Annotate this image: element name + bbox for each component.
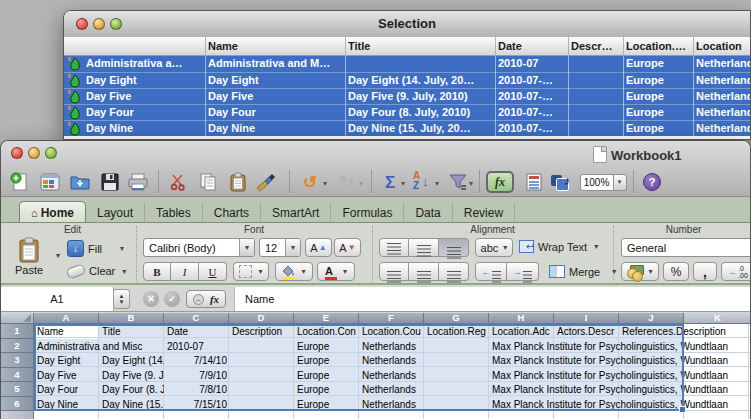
column-header-K[interactable]: K: [684, 313, 751, 324]
cell-continent[interactable]: Europe: [626, 90, 690, 102]
cell-title[interactable]: Day Four (8. July, 2010): [348, 106, 492, 118]
row-header-5[interactable]: 5: [1, 382, 34, 397]
undo-dropdown-arrow[interactable]: ▾: [323, 179, 327, 188]
cell-name[interactable]: Day Five: [208, 90, 342, 102]
font-family-combo[interactable]: Calibri (Body) ▾: [143, 238, 255, 257]
tab-home[interactable]: ⌂Home: [19, 201, 86, 222]
cell-country[interactable]: Netherlands: [696, 74, 751, 86]
cell-title[interactable]: Day Nine (15. July, 20…: [348, 122, 492, 134]
row-header-1[interactable]: 1: [1, 324, 34, 339]
sort-dropdown-arrow[interactable]: ▾: [435, 179, 439, 188]
font-color-dropdown-arrow[interactable]: ▾: [343, 267, 347, 276]
currency-dropdown-arrow[interactable]: ▾: [648, 267, 652, 276]
cell-country[interactable]: Netherlands: [696, 106, 751, 118]
row-header-2[interactable]: 2: [1, 339, 34, 353]
column-header-date[interactable]: Date: [498, 40, 522, 52]
cell-country[interactable]: Netherlands: [696, 90, 751, 102]
align-top-button[interactable]: [379, 238, 409, 257]
orientation-button[interactable]: abc▾: [475, 238, 513, 257]
percent-button[interactable]: %: [663, 262, 689, 281]
orientation-dropdown-arrow[interactable]: ▾: [503, 243, 507, 252]
paste-big-button[interactable]: Paste: [15, 237, 43, 276]
paste-button[interactable]: [225, 169, 251, 195]
column-header-location1[interactable]: Location.…: [626, 40, 691, 52]
font-size-dropdown-arrow[interactable]: ▾: [285, 239, 300, 256]
cell-date[interactable]: 2010-07-…: [498, 74, 565, 86]
column-header-H[interactable]: H: [489, 313, 554, 324]
increase-decimal-button[interactable]: ← .0.00: [721, 262, 751, 281]
cell-continent[interactable]: Europe: [626, 106, 690, 118]
template-gallery-button[interactable]: [37, 169, 63, 195]
row-header-6[interactable]: 6: [1, 397, 34, 411]
font-color-button[interactable]: A ▾: [317, 262, 355, 281]
align-center-button[interactable]: [409, 262, 439, 281]
cell-date[interactable]: 2010-07-…: [498, 106, 565, 118]
help-button[interactable]: ?: [639, 169, 665, 195]
cell-name[interactable]: Day Eight: [208, 74, 342, 86]
redo-dropdown-arrow[interactable]: ▾: [359, 179, 363, 188]
formula-builder-pill[interactable]: – fx: [186, 290, 226, 308]
paste-dropdown-arrow[interactable]: ▾: [56, 251, 60, 260]
media-browser-button[interactable]: ♪: [549, 169, 575, 195]
column-header-J[interactable]: J: [619, 313, 684, 324]
increase-indent-button[interactable]: →: [507, 262, 539, 281]
cell-country[interactable]: Netherlands: [696, 122, 751, 134]
formula-content[interactable]: Name: [234, 287, 750, 311]
column-header-D[interactable]: D: [229, 313, 294, 324]
selection-row[interactable]: Day Four Day Four Day Four (8. July, 201…: [64, 104, 750, 120]
save-button[interactable]: [97, 169, 123, 195]
align-middle-button[interactable]: [409, 238, 439, 257]
merge-dropdown-arrow[interactable]: ▾: [612, 267, 616, 276]
cell-name[interactable]: Administrativa and M…: [208, 57, 342, 69]
row-header-3[interactable]: 3: [1, 353, 34, 368]
cell-title[interactable]: Day Five (9. July, 2010): [348, 90, 492, 102]
tab-data[interactable]: Data: [404, 203, 452, 222]
fill-color-button[interactable]: ▾: [275, 262, 313, 281]
column-header-name[interactable]: Name: [208, 40, 238, 52]
selection-fill-handle[interactable]: [679, 406, 686, 413]
decrease-indent-button[interactable]: ←: [475, 262, 507, 281]
cell-title[interactable]: Day Eight (14. July, 20…: [348, 74, 492, 86]
minimize-button[interactable]: [28, 147, 40, 159]
redo-button[interactable]: ↻: [333, 169, 359, 195]
cell-continent[interactable]: Europe: [626, 74, 690, 86]
cell-continent[interactable]: Europe: [626, 57, 690, 69]
column-header-title[interactable]: Title: [348, 40, 370, 52]
currency-button[interactable]: ▾: [621, 262, 659, 281]
font-size-combo[interactable]: 12 ▾: [259, 238, 301, 257]
tab-layout[interactable]: Layout: [86, 203, 145, 222]
zoom-dropdown-arrow[interactable]: ▾: [614, 174, 627, 191]
cell-country[interactable]: Netherlands: [696, 57, 751, 69]
borders-button[interactable]: ▾: [233, 262, 269, 281]
excel-titlebar[interactable]: Workbook1: [1, 141, 750, 197]
name-box[interactable]: A1: [1, 287, 114, 311]
merge-button[interactable]: Merge ▾: [549, 265, 616, 278]
zoom-button[interactable]: [45, 147, 57, 159]
tab-smartart[interactable]: SmartArt: [261, 203, 331, 222]
selection-row[interactable]: Day Five Day Five Day Five (9. July, 201…: [64, 88, 750, 104]
number-format-combo[interactable]: General: [621, 238, 751, 257]
borders-dropdown-arrow[interactable]: ▾: [258, 267, 262, 276]
column-header-F[interactable]: F: [359, 313, 424, 324]
selection-row[interactable]: Day Nine Day Nine Day Nine (15. July, 20…: [64, 120, 750, 136]
clear-button[interactable]: Clear ▾: [67, 265, 126, 277]
column-header-C[interactable]: C: [164, 313, 229, 324]
font-family-dropdown-arrow[interactable]: ▾: [239, 239, 254, 256]
align-left-button[interactable]: [379, 262, 409, 281]
tree-label[interactable]: Day Nine: [86, 122, 202, 134]
print-button[interactable]: [125, 169, 151, 195]
tab-review[interactable]: Review: [453, 203, 515, 222]
tab-charts[interactable]: Charts: [203, 203, 261, 222]
tab-tables[interactable]: Tables: [145, 203, 203, 222]
column-header-location2[interactable]: Location: [696, 40, 751, 52]
copy-button[interactable]: [195, 169, 221, 195]
sheet-grid[interactable]: Name Title Date Description Location.Con…: [34, 324, 751, 419]
italic-button[interactable]: I: [171, 262, 199, 281]
tree-label[interactable]: Day Four: [86, 106, 202, 118]
tree-label[interactable]: Administrativa a…: [86, 57, 202, 69]
name-box-stepper[interactable]: ▲▼: [113, 289, 130, 309]
cut-button[interactable]: [165, 169, 191, 195]
open-button[interactable]: [67, 169, 93, 195]
cell-date[interactable]: 2010-07-…: [498, 122, 565, 134]
clear-dropdown-arrow[interactable]: ▾: [122, 267, 126, 276]
